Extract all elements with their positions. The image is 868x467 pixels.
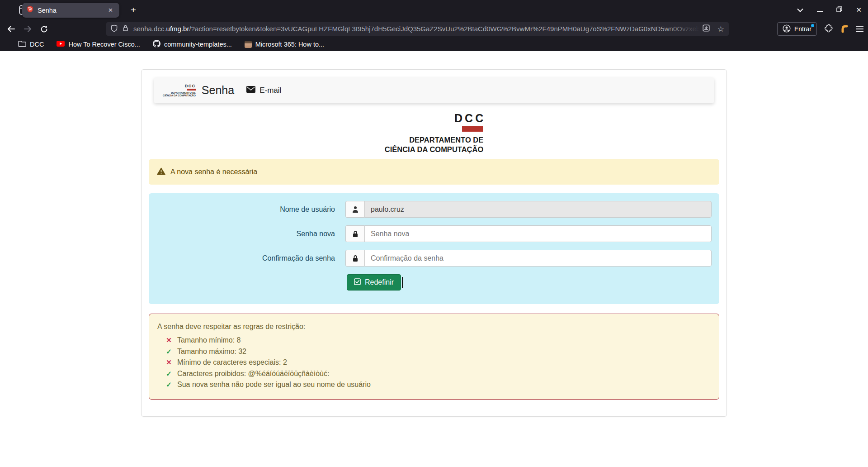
dcc-logo-line2: CIÊNCIA DA COMPUTAÇÃO xyxy=(385,145,483,154)
reset-button-label: Redefinir xyxy=(365,278,394,286)
bookmark-item-dcc[interactable]: DCC xyxy=(18,40,44,48)
browser-tab[interactable]: Senha ✕ xyxy=(22,3,119,18)
person-icon xyxy=(345,201,364,218)
window-minimize-button[interactable] xyxy=(817,11,823,12)
rule-text: Tamanho mínimo: 8 xyxy=(177,336,241,344)
new-password-input[interactable] xyxy=(364,225,712,242)
bookmark-label: DCC xyxy=(30,41,44,48)
content-card: DCC DEPARTAMENTO DE CIÊNCIA DA COMPUTAÇÃ… xyxy=(141,69,727,417)
tab-close-icon[interactable]: ✕ xyxy=(106,6,115,14)
rule-text: Tamanho máximo: 32 xyxy=(177,348,246,356)
dcc-logo: DCC DEPARTAMENTO DE CIÊNCIA DA COMPUTAÇÃ… xyxy=(142,112,726,154)
cross-icon: ✕ xyxy=(165,336,172,344)
reset-button[interactable]: Redefinir xyxy=(347,274,401,291)
dcc-logo-title: DCC xyxy=(385,112,486,125)
folder-icon xyxy=(18,40,26,48)
confirm-password-label: Confirmação da senha xyxy=(149,254,335,262)
bookmark-item-microsoft365[interactable]: Microsoft 365: How to... xyxy=(245,41,324,48)
window-restore-button[interactable] xyxy=(836,6,842,14)
rules-list: ✕Tamanho mínimo: 8✓Tamanho máximo: 32✕Mí… xyxy=(157,335,711,391)
confirm-password-input[interactable] xyxy=(364,250,712,267)
rule-text: Mínimo de caracteres especiais: 2 xyxy=(177,358,287,367)
youtube-icon xyxy=(57,41,65,48)
bookmark-label: community-templates... xyxy=(164,41,232,48)
bookmark-item-github[interactable]: community-templates... xyxy=(153,40,232,49)
account-sign-in-button[interactable]: Entrar xyxy=(777,22,817,36)
navigation-toolbar: senha.dcc.ufmg.br/?action=resetbytoken&t… xyxy=(0,20,868,38)
warning-triangle-icon xyxy=(157,167,165,177)
new-password-label: Senha nova xyxy=(149,230,335,238)
text-caret xyxy=(402,277,403,288)
lock-icon[interactable] xyxy=(123,24,128,33)
avatar-icon xyxy=(245,41,252,48)
new-tab-button[interactable]: + xyxy=(127,3,140,17)
dcc-logo-red-bar xyxy=(462,126,483,132)
window-close-button[interactable]: ✕ xyxy=(856,6,862,14)
check-icon: ✓ xyxy=(165,348,172,356)
tab-list-chevron-icon[interactable] xyxy=(797,6,803,14)
page-navbar: DCC DEPARTAMENTO DE CIÊNCIA DA COMPUTAÇÃ… xyxy=(154,77,714,103)
warning-alert: A nova senha é necessária xyxy=(149,159,719,185)
rule-text: Caracteres proibidos: @%éáíóúäëïöüçñàèìò… xyxy=(177,370,329,378)
sign-in-label: Entrar xyxy=(794,25,811,33)
bookmark-label: How To Recover Cisco... xyxy=(68,41,140,48)
extensions-puzzle-icon[interactable] xyxy=(824,24,833,34)
confirm-password-row: Confirmação da senha xyxy=(149,250,719,267)
password-form: Nome de usuário Senha nova C xyxy=(149,193,719,304)
bookmark-item-youtube[interactable]: How To Recover Cisco... xyxy=(57,41,140,48)
dcc-red-bar xyxy=(187,89,196,91)
check-icon: ✓ xyxy=(165,381,172,389)
bookmark-label: Microsoft 365: How to... xyxy=(255,41,324,48)
rule-item: ✕Mínimo de caracteres especiais: 2 xyxy=(165,357,711,368)
username-row: Nome de usuário xyxy=(149,201,719,218)
check-icon: ✓ xyxy=(165,370,172,378)
lock-icon xyxy=(345,250,364,267)
rule-item: ✓Sua nova senha não pode ser igual ao se… xyxy=(165,379,711,391)
save-page-icon[interactable] xyxy=(703,24,710,33)
url-bar[interactable]: senha.dcc.ufmg.br/?action=resetbytoken&t… xyxy=(106,22,729,36)
tab-favicon-shield-icon xyxy=(27,5,33,15)
dcc-mini-logo: DCC DEPARTAMENTO DE CIÊNCIA DA COMPUTAÇÃ… xyxy=(163,84,196,97)
rule-item: ✕Tamanho mínimo: 8 xyxy=(165,335,711,346)
github-icon xyxy=(153,40,160,49)
back-icon[interactable] xyxy=(5,22,18,36)
window-titlebar: Senha ✕ + ✕ xyxy=(0,0,868,20)
url-text: senha.dcc.ufmg.br/?action=resetbytoken&t… xyxy=(133,24,700,33)
account-icon xyxy=(783,24,791,34)
lock-icon xyxy=(345,225,364,242)
username-label: Nome de usuário xyxy=(149,205,335,214)
rule-text: Sua nova senha não pode ser igual ao seu… xyxy=(177,381,371,389)
email-link-label: E-mail xyxy=(259,86,281,95)
reload-icon[interactable] xyxy=(37,22,51,36)
tracking-protection-shield-icon[interactable] xyxy=(111,24,118,34)
username-input xyxy=(364,201,712,218)
dcc-logo-line1: DEPARTAMENTO DE xyxy=(385,135,483,145)
envelope-icon xyxy=(246,86,255,95)
tab-title: Senha xyxy=(38,7,106,14)
cross-icon: ✕ xyxy=(165,358,172,367)
page-title: Senha xyxy=(202,84,234,97)
url-fade xyxy=(664,24,700,33)
rules-title: A senha deve respeitar as regras de rest… xyxy=(157,323,711,331)
extension-orange-icon[interactable] xyxy=(840,23,849,35)
menu-hamburger-icon[interactable] xyxy=(856,26,863,32)
password-rules-box: A senha deve respeitar as regras de rest… xyxy=(149,314,719,400)
page-viewport: DCC DEPARTAMENTO DE CIÊNCIA DA COMPUTAÇÃ… xyxy=(0,51,868,467)
bookmark-star-icon[interactable]: ☆ xyxy=(717,25,724,33)
new-password-row: Senha nova xyxy=(149,225,719,242)
notification-dot xyxy=(811,24,814,27)
rule-item: ✓Tamanho máximo: 32 xyxy=(165,346,711,357)
rule-item: ✓Caracteres proibidos: @%éáíóúäëïöüçñàèì… xyxy=(165,368,711,380)
email-nav-link[interactable]: E-mail xyxy=(246,86,281,95)
forward-icon[interactable] xyxy=(21,22,34,36)
check-square-icon xyxy=(354,278,361,287)
bookmarks-bar: DCC How To Recover Cisco... community-te… xyxy=(0,38,868,51)
alert-text: A nova senha é necessária xyxy=(170,168,257,176)
